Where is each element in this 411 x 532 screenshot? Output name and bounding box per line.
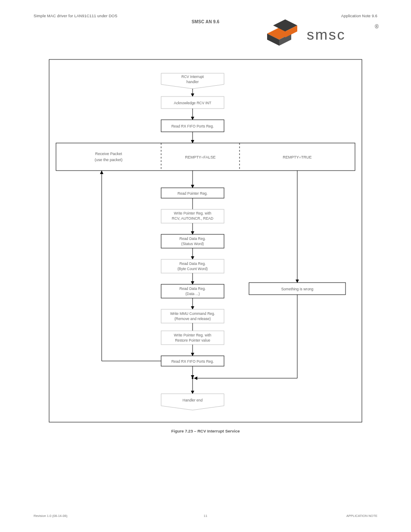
svg-text:Read Data Reg.: Read Data Reg.: [180, 236, 206, 241]
branch-bar: Receive Packet (use the packet) REMPTY=F…: [56, 143, 355, 171]
mid-2: Read Data Reg. (Status Word): [161, 234, 224, 248]
mid-1: Write Pointer Reg. with RCV, AUTOINCR., …: [161, 209, 224, 223]
smsc-logo-text: smsc: [307, 26, 346, 43]
step-read-rx-fifo: Read RX FIFO Ports Reg.: [161, 120, 224, 132]
svg-text:Restore Pointer value: Restore Pointer value: [175, 338, 210, 342]
svg-text:Read Data Reg.: Read Data Reg.: [180, 286, 206, 291]
mid-7: Read RX FIFO Ports Reg.: [161, 356, 224, 366]
mid-6: Write Pointer Reg. with Restore Pointer …: [161, 331, 224, 345]
svg-text:Read RX FIFO Ports Reg.: Read RX FIFO Ports Reg.: [171, 359, 214, 364]
header-title: SMSC AN 9.6: [192, 19, 220, 24]
right-something-wrong: Something is wrong: [249, 283, 346, 295]
svg-text:Read Pointer Reg.: Read Pointer Reg.: [177, 191, 208, 196]
smsc-logo-icon: [267, 19, 297, 46]
footer-left: Revision 1.0 (08-14-08): [34, 514, 68, 518]
mid-5: Write MMU Command Reg. (Remove and relea…: [161, 309, 224, 323]
figure-caption: Figure 7.23 – RCV Interrupt Service: [171, 429, 240, 433]
svg-text:(Data ...): (Data ...): [185, 292, 199, 296]
svg-text:(Byte Count Word): (Byte Count Word): [177, 267, 208, 271]
svg-text:Read RX FIFO Ports Reg.: Read RX FIFO Ports Reg.: [171, 124, 214, 128]
start-flag: RCV Interrupt handler: [161, 73, 224, 89]
end-flag: Handler end: [161, 394, 224, 410]
svg-text:REMPTY=TRUE: REMPTY=TRUE: [283, 155, 311, 159]
svg-text:Something is wrong: Something is wrong: [281, 287, 314, 291]
header-left: Simple MAC driver for LAN91C111 under DO…: [34, 14, 117, 18]
svg-text:Receive Packet: Receive Packet: [95, 152, 122, 156]
mid-4: Read Data Reg. (Data ...): [161, 284, 224, 298]
svg-text:Handler end: Handler end: [183, 398, 203, 402]
svg-text:Acknowledge RCV INT: Acknowledge RCV INT: [174, 101, 212, 105]
svg-text:(Remove and release): (Remove and release): [174, 317, 211, 321]
header-right: Application Note 9.6: [341, 14, 377, 18]
svg-text:REMPTY=FALSE: REMPTY=FALSE: [185, 155, 216, 159]
smsc-logo-reg: ®: [375, 24, 379, 30]
mid-3: Read Data Reg. (Byte Count Word): [161, 259, 224, 273]
svg-text:Write Pointer Reg. with: Write Pointer Reg. with: [174, 333, 212, 337]
step-acknowledge: Acknowledge RCV INT: [161, 96, 224, 109]
svg-text:Write MMU Command Reg.: Write MMU Command Reg.: [170, 311, 215, 316]
svg-text:(use the packet): (use the packet): [95, 158, 123, 162]
svg-text:Read Data Reg.: Read Data Reg.: [180, 261, 206, 266]
svg-text:Write Pointer Reg. with: Write Pointer Reg. with: [174, 211, 212, 215]
svg-text:RCV Interrupt: RCV Interrupt: [181, 75, 204, 79]
footer-center: 11: [204, 514, 207, 518]
svg-text:handler: handler: [187, 80, 199, 84]
svg-marker-46: [100, 171, 103, 174]
svg-text:(Status Word): (Status Word): [181, 242, 204, 246]
svg-text:RCV, AUTOINCR., READ: RCV, AUTOINCR., READ: [172, 216, 213, 221]
mid-0: Read Pointer Reg.: [161, 188, 224, 198]
footer-right: APPLICATION NOTE: [346, 514, 377, 518]
